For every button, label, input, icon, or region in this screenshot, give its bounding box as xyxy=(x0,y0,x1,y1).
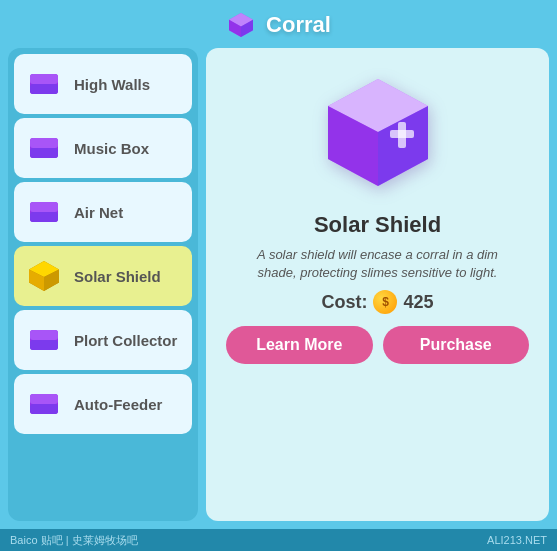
detail-title: Solar Shield xyxy=(314,212,441,238)
auto-feeder-icon xyxy=(24,384,64,424)
sidebar-item-air-net-label: Air Net xyxy=(74,204,123,221)
svg-rect-19 xyxy=(30,340,58,350)
sidebar-item-music-box[interactable]: Music Box xyxy=(14,118,192,178)
solar-shield-3d-icon xyxy=(308,64,448,204)
cost-label: Cost: xyxy=(321,292,367,313)
detail-buttons: Learn More Purchase xyxy=(226,326,529,364)
footer: Baico 贴吧 | 史莱姆牧场吧 ALI213.NET xyxy=(0,529,557,551)
detail-cost: Cost: $ 425 xyxy=(321,290,433,314)
detail-panel: Solar Shield A solar shield will encase … xyxy=(206,48,549,521)
svg-rect-21 xyxy=(30,394,58,404)
coin-icon: $ xyxy=(373,290,397,314)
purchase-button[interactable]: Purchase xyxy=(383,326,530,364)
sidebar-scroll[interactable]: High Walls Music Box xyxy=(8,48,198,521)
main-content: High Walls Music Box xyxy=(0,48,557,529)
svg-rect-8 xyxy=(30,138,58,148)
sidebar-item-music-box-label: Music Box xyxy=(74,140,149,157)
sidebar-item-air-net[interactable]: Air Net xyxy=(14,182,192,242)
sidebar-item-solar-shield-label: Solar Shield xyxy=(74,268,161,285)
plort-collector-icon xyxy=(24,320,64,360)
cost-value: 425 xyxy=(403,292,433,313)
air-net-icon xyxy=(24,192,64,232)
music-box-icon xyxy=(24,128,64,168)
app-container: Corral High Walls xyxy=(0,0,557,551)
sidebar-item-plort-collector[interactable]: Plort Collector xyxy=(14,310,192,370)
svg-rect-12 xyxy=(30,212,58,222)
title-icon xyxy=(226,10,256,40)
svg-rect-18 xyxy=(30,330,58,340)
footer-right: ALI213.NET xyxy=(487,534,547,546)
solar-shield-icon xyxy=(24,256,64,296)
sidebar-item-auto-feeder[interactable]: Auto-Feeder xyxy=(14,374,192,434)
svg-rect-11 xyxy=(30,202,58,212)
high-walls-icon xyxy=(24,64,64,104)
svg-rect-22 xyxy=(30,404,58,414)
page-title: Corral xyxy=(266,12,331,38)
detail-description: A solar shield will encase a corral in a… xyxy=(226,246,529,282)
sidebar-item-solar-shield[interactable]: Solar Shield xyxy=(14,246,192,306)
sidebar: High Walls Music Box xyxy=(8,48,198,521)
footer-left: Baico 贴吧 | 史莱姆牧场吧 xyxy=(10,533,138,548)
svg-rect-9 xyxy=(30,148,58,158)
svg-rect-5 xyxy=(30,74,58,84)
sidebar-item-high-walls-label: High Walls xyxy=(74,76,150,93)
learn-more-button[interactable]: Learn More xyxy=(226,326,373,364)
sidebar-item-high-walls[interactable]: High Walls xyxy=(14,54,192,114)
detail-image xyxy=(308,64,448,204)
svg-rect-6 xyxy=(30,84,58,94)
title-bar: Corral xyxy=(0,0,557,48)
svg-rect-28 xyxy=(390,130,414,138)
sidebar-item-plort-collector-label: Plort Collector xyxy=(74,332,177,349)
sidebar-item-auto-feeder-label: Auto-Feeder xyxy=(74,396,162,413)
